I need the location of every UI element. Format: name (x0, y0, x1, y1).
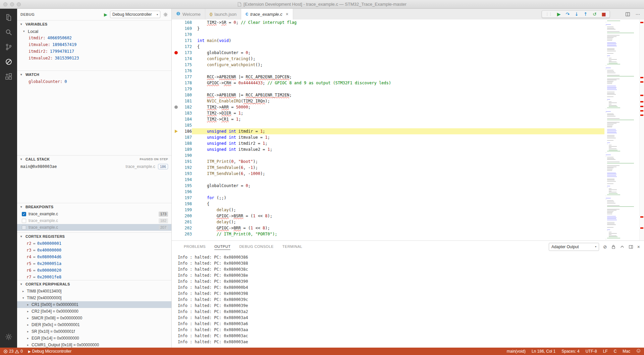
register-row[interactable]: r3=0x40000000 (17, 247, 171, 254)
line-number[interactable]: 188 (180, 140, 192, 146)
breakpoint-gutter[interactable] (172, 98, 180, 104)
panel-tab-output[interactable]: OUTPUT (214, 243, 230, 250)
watch-row[interactable]: globalCounter:0 (17, 78, 171, 85)
code-text[interactable]: GPIOC->BSRR = (1 << 8); (192, 213, 604, 219)
code-text[interactable]: { (192, 201, 604, 207)
register-row[interactable]: r5=0x2000051a (17, 260, 171, 267)
code-text[interactable]: TIM2->CR1 = 1; (192, 116, 604, 122)
peripheral-row[interactable]: ▸SR [0x10] = 0x0000001f (17, 328, 171, 335)
variables-scope-local[interactable]: ▾ Local (17, 28, 171, 35)
restart-button[interactable]: ↺ (593, 12, 597, 16)
code-text[interactable] (192, 32, 604, 38)
code-text[interactable]: ITM_Print(0, "Boot"); (192, 159, 604, 165)
split-panel-icon[interactable] (629, 245, 633, 249)
code-text[interactable]: NVIC_EnableIRQ(TIM2_IRQn); (192, 98, 604, 104)
breakpoint-row[interactable]: ✓trace_example.c173 (17, 211, 171, 217)
breakpoint-gutter[interactable] (172, 19, 180, 26)
breakpoint-gutter[interactable] (172, 110, 180, 116)
breakpoint-gutter[interactable] (172, 189, 180, 195)
code-text[interactable]: globalCounter = 0; (192, 50, 604, 56)
register-row[interactable]: r4=0x080004d6 (17, 254, 171, 260)
breakpoint-checkbox[interactable] (22, 219, 26, 223)
breakpoint-gutter[interactable] (172, 219, 180, 225)
continue-button[interactable]: ▶ (557, 12, 561, 16)
breakpoint-gutter[interactable] (172, 104, 180, 110)
line-number[interactable]: 179 (180, 86, 192, 92)
breakpoint-gutter[interactable] (172, 159, 180, 165)
debug-config-dropdown[interactable]: Debug Microcontroller ▾ (110, 11, 160, 18)
output-log[interactable]: Info : halted: PC: 0x08000386Info : halt… (172, 253, 644, 348)
panel-tab-problems[interactable]: PROBLEMS (184, 243, 206, 250)
activity-bar-settings-gear-icon[interactable] (0, 329, 17, 344)
code-text[interactable]: TIM2->SR = 0; // Clear interrupt flag (192, 19, 604, 26)
minimap[interactable] (604, 19, 639, 240)
configure-debug-gear-icon[interactable] (163, 12, 168, 17)
close-tab-icon[interactable]: × (286, 11, 288, 17)
register-row[interactable]: r2=0x00000001 (17, 240, 171, 247)
code-editor[interactable]: 168 TIM2->SR = 0; // Clear interrupt fla… (172, 19, 604, 240)
code-text[interactable]: for (;;) (192, 195, 604, 201)
breakpoint-gutter[interactable] (172, 92, 180, 98)
stack-frame-row[interactable]: main@0x080003aetrace_example.c186 (17, 163, 171, 170)
step-over-button[interactable]: ↷ (566, 12, 570, 16)
code-text[interactable]: unsigned int itmvalue = 1; (192, 134, 604, 140)
code-text[interactable]: int main(void) (192, 38, 604, 44)
line-number[interactable]: 171 (180, 38, 192, 44)
minimize-window-button[interactable] (10, 2, 14, 6)
line-number[interactable]: 183 (180, 110, 192, 116)
code-text[interactable]: } (192, 26, 604, 32)
line-number[interactable]: 177 (180, 74, 192, 80)
debug-status[interactable]: ▶ Debug Microcontroller (28, 349, 71, 354)
breakpoint-gutter[interactable] (172, 201, 180, 207)
line-number[interactable]: 178 (180, 80, 192, 86)
breakpoint-gutter[interactable] (172, 195, 180, 201)
register-row[interactable]: r7=0x20001fe8 (17, 274, 171, 280)
breakpoint-gutter[interactable] (172, 165, 180, 171)
variable-row[interactable]: itmdir:4066950602 (17, 35, 171, 41)
breakpoint-gutter[interactable] (172, 56, 180, 62)
code-text[interactable]: TIM2->ARR = 50000; (192, 104, 604, 110)
start-debug-button[interactable]: ▶ (104, 12, 107, 17)
peripheral-row[interactable]: ▸TIM8 [0x40013400] (17, 288, 171, 295)
indentation[interactable]: Spaces: 4 (561, 349, 579, 354)
current-symbol[interactable]: main(void) (507, 349, 526, 354)
line-number[interactable]: 176 (180, 68, 192, 74)
code-text[interactable] (192, 152, 604, 159)
zoom-window-button[interactable] (17, 2, 21, 6)
breakpoint-gutter[interactable] (172, 177, 180, 183)
call-stack-section-header[interactable]: ▾ CALL STACK PAUSED ON STEP (17, 156, 171, 163)
breakpoint-gutter[interactable] (172, 122, 180, 128)
activity-bar-files-icon[interactable] (0, 10, 17, 25)
code-text[interactable] (192, 122, 604, 128)
split-editor-icon[interactable] (625, 12, 630, 17)
tab-trace_example-c[interactable]: Ctrace_example.c× (241, 9, 293, 19)
more-actions-icon[interactable]: ⋯ (636, 12, 640, 17)
code-text[interactable]: ITM_SendValue(6, -1000); (192, 171, 604, 177)
tab-welcome[interactable]: Welcome (172, 9, 205, 19)
code-text[interactable]: // ITM_Print(0, "PORT0"); (192, 231, 604, 237)
breakpoint-gutter[interactable] (172, 68, 180, 74)
breakpoint-gutter[interactable] (172, 140, 180, 146)
breakpoint-checkbox[interactable]: ✓ (22, 212, 26, 216)
line-number[interactable]: 194 (180, 177, 192, 183)
breakpoint-row[interactable]: trace_example.c182 (17, 217, 171, 224)
activity-bar-source-control-icon[interactable] (0, 40, 17, 54)
register-row[interactable]: r6=0x00000020 (17, 267, 171, 274)
line-number[interactable]: 175 (180, 62, 192, 68)
breakpoint-gutter[interactable] (172, 146, 180, 152)
code-text[interactable]: configure_watchpoint(); (192, 62, 604, 68)
line-number[interactable]: 193 (180, 171, 192, 177)
line-number[interactable]: 173 (180, 50, 192, 56)
breakpoint-gutter[interactable] (172, 80, 180, 86)
close-window-button[interactable] (3, 2, 7, 6)
variable-row[interactable]: itmvalue:1898457419 (17, 41, 171, 48)
line-number[interactable]: 185 (180, 122, 192, 128)
code-text[interactable] (192, 177, 604, 183)
breakpoint-gutter[interactable] (172, 50, 180, 56)
variable-row[interactable]: itmvalue2:3815390123 (17, 55, 171, 61)
toolbar-drag-handle-icon[interactable]: ⋮⋮ (545, 12, 552, 16)
line-number[interactable]: 199 (180, 207, 192, 213)
breakpoint-gutter[interactable] (172, 26, 180, 32)
line-number[interactable]: 186 (180, 128, 192, 134)
line-number[interactable]: 196 (180, 189, 192, 195)
